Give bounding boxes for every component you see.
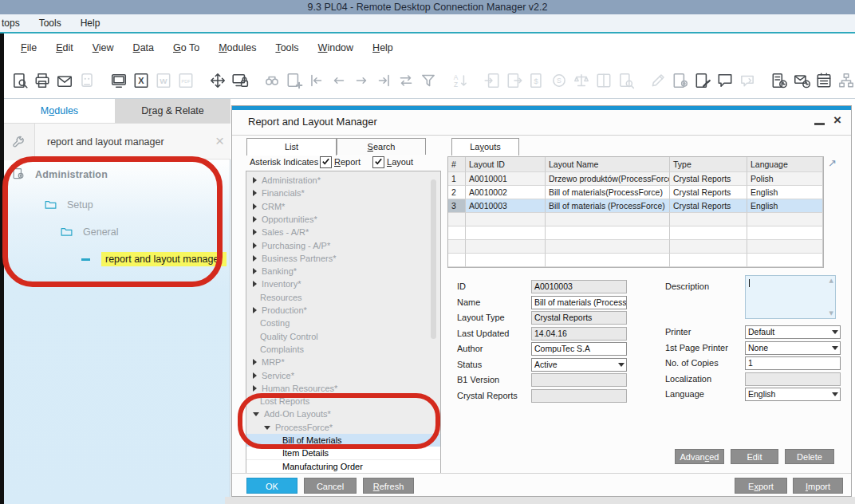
chevron-down-icon[interactable] — [264, 426, 270, 430]
minimize-button[interactable] — [814, 123, 825, 125]
refresh-icon[interactable] — [397, 72, 415, 89]
status-field[interactable]: Active — [531, 358, 627, 372]
document-currency-icon[interactable]: $ — [528, 72, 546, 89]
chevron-right-icon[interactable] — [253, 385, 257, 392]
table-header-language[interactable]: Language — [747, 157, 823, 172]
module-tree-scrollbar[interactable] — [431, 179, 436, 339]
add-form-icon[interactable] — [286, 72, 303, 89]
search-input[interactable] — [34, 124, 224, 160]
table-row-cell[interactable]: 1 — [448, 172, 466, 186]
tab-search[interactable]: Search — [337, 138, 426, 155]
chevron-right-icon[interactable] — [253, 216, 257, 222]
form-settings-icon[interactable] — [672, 72, 689, 89]
last-updated-field[interactable]: 14.04.16 — [531, 327, 627, 341]
description-textarea[interactable]: ▲ ▼ — [745, 275, 836, 319]
module-tree-item-production[interactable]: Production* — [246, 304, 440, 317]
link-out-icon[interactable] — [506, 72, 523, 89]
table-empty-cell[interactable] — [448, 240, 466, 254]
table-row-cell[interactable]: Crystal Reports — [670, 172, 747, 186]
sms-icon[interactable] — [78, 72, 96, 89]
launch-screen-icon[interactable] — [110, 72, 128, 89]
tab-drag-and-relate[interactable]: Drag & Relate — [115, 99, 230, 123]
module-tree-item-financials[interactable]: Financials* — [246, 187, 440, 199]
table-row-cell[interactable]: 2 — [448, 186, 466, 199]
table-empty-cell[interactable] — [670, 240, 747, 254]
table-empty-cell[interactable] — [448, 254, 466, 267]
author-field[interactable]: CompuTec S.A — [531, 342, 627, 356]
preview-find-icon[interactable] — [11, 72, 29, 89]
module-tree-item-opportunities[interactable]: Opportunities* — [246, 213, 440, 226]
rdc-menu-tools[interactable]: Tools — [30, 18, 71, 29]
table-row-cell[interactable]: English — [747, 199, 823, 213]
module-tree-item-business-partners[interactable]: Business Partners* — [246, 252, 440, 265]
layout-checkbox[interactable] — [372, 156, 384, 168]
menu-window[interactable]: Window — [318, 42, 353, 53]
table-row-cell[interactable]: A0010001 — [466, 172, 546, 186]
wrench-icon[interactable] — [4, 124, 35, 160]
maximize-grid-icon[interactable]: ↗ — [828, 157, 837, 169]
table-row-cell[interactable]: Bill of materials (ProcessForce) — [546, 199, 670, 213]
export-pdf-icon[interactable]: PDF — [177, 72, 195, 89]
table-empty-cell[interactable] — [546, 226, 670, 240]
module-tree-item-mrp[interactable]: MRP* — [246, 356, 440, 368]
table-empty-cell[interactable] — [546, 254, 670, 267]
table-row-cell[interactable]: Crystal Reports — [670, 199, 747, 213]
name-field[interactable]: Bill of materials (ProcessForce) — [531, 296, 627, 309]
table-empty-cell[interactable] — [466, 254, 546, 267]
table-row-cell[interactable]: Polish — [747, 172, 823, 186]
tab-layouts[interactable]: Layouts — [451, 138, 519, 156]
sidebar-item-setup[interactable]: Setup — [44, 198, 93, 211]
table-header-[interactable]: # — [448, 157, 466, 172]
messages-icon[interactable] — [716, 72, 734, 89]
menu-go-to[interactable]: Go To — [173, 42, 199, 53]
table-empty-cell[interactable] — [747, 226, 823, 240]
language-field[interactable]: English — [745, 388, 841, 401]
module-tree-item-administration[interactable]: Administration* — [246, 174, 440, 187]
document-split-icon[interactable] — [595, 72, 613, 89]
module-tree-item-item-details[interactable]: Item Details — [246, 447, 440, 459]
table-row-cell[interactable]: Crystal Reports — [670, 186, 747, 199]
calendar-icon[interactable] — [815, 72, 833, 89]
b1-version-field[interactable] — [531, 373, 627, 387]
no-of-copies-field[interactable]: 1 — [745, 356, 841, 370]
menu-file[interactable]: File — [21, 42, 37, 53]
print-icon[interactable] — [33, 72, 51, 89]
module-tree-item-add-on-layouts[interactable]: Add-On Layouts* — [246, 408, 440, 420]
table-row-cell[interactable]: A0010003 — [466, 199, 546, 213]
chevron-right-icon[interactable] — [253, 307, 257, 313]
table-empty-cell[interactable] — [670, 254, 747, 267]
table-header-layout-name[interactable]: Layout Name — [546, 157, 670, 172]
table-header-type[interactable]: Type — [670, 157, 747, 172]
table-header-layout-id[interactable]: Layout ID — [466, 157, 546, 172]
tab-list[interactable]: List — [246, 138, 337, 156]
printer-field[interactable]: Default — [745, 325, 841, 339]
table-empty-cell[interactable] — [747, 254, 823, 267]
sidebar-item-general[interactable]: General — [60, 225, 118, 238]
chevron-right-icon[interactable] — [253, 203, 257, 210]
next-record-icon[interactable] — [353, 72, 370, 89]
menu-help[interactable]: Help — [372, 42, 393, 53]
menu-edit[interactable]: Edit — [56, 42, 73, 53]
table-row-cell[interactable]: Drzewo produktów(ProcessForce) — [546, 172, 670, 186]
chevron-right-icon[interactable] — [253, 372, 257, 379]
ok-button[interactable]: OK — [246, 478, 297, 494]
table-empty-cell[interactable] — [546, 240, 670, 254]
chevron-right-icon[interactable] — [253, 177, 257, 183]
rdc-menu-tops[interactable]: tops — [0, 18, 30, 29]
menu-view[interactable]: View — [93, 42, 114, 53]
module-tree-item-resources[interactable]: Resources — [246, 291, 440, 304]
module-tree-item-inventory[interactable]: Inventory* — [246, 278, 440, 290]
edit-button[interactable]: Edit — [731, 449, 778, 464]
export-button[interactable]: Export — [735, 478, 787, 494]
module-tree-item-crm[interactable]: CRM* — [246, 200, 440, 213]
delete-button[interactable]: Delete — [785, 449, 834, 464]
menu-data[interactable]: Data — [133, 42, 154, 53]
messages-forward-icon[interactable] — [739, 72, 756, 89]
previous-record-icon[interactable] — [330, 72, 348, 89]
module-tree-item-lost-reports[interactable]: Lost Reports — [246, 395, 440, 408]
module-tree-item-complaints[interactable]: Complaints — [246, 343, 440, 356]
checklist-clock-icon[interactable] — [770, 72, 788, 89]
find-icon[interactable] — [263, 72, 281, 89]
advanced-button[interactable]: Advanced — [675, 449, 724, 464]
export-word-icon[interactable]: W — [155, 72, 172, 89]
